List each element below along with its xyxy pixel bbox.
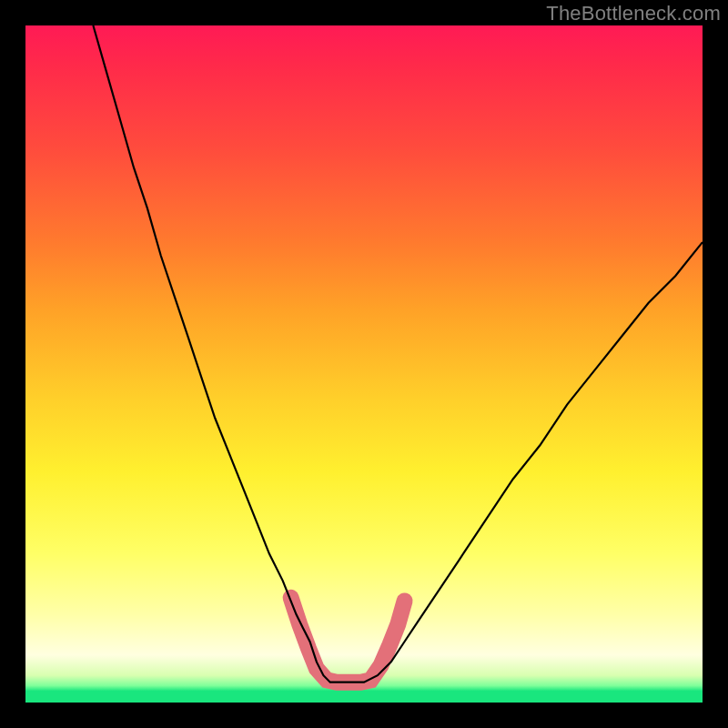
chart-frame: TheBottleneck.com <box>0 0 728 728</box>
watermark-text: TheBottleneck.com <box>546 2 721 25</box>
highlight-bar <box>291 598 405 682</box>
chart-svg <box>25 25 703 703</box>
plot-area <box>25 25 703 703</box>
bottleneck-curve <box>93 25 703 682</box>
